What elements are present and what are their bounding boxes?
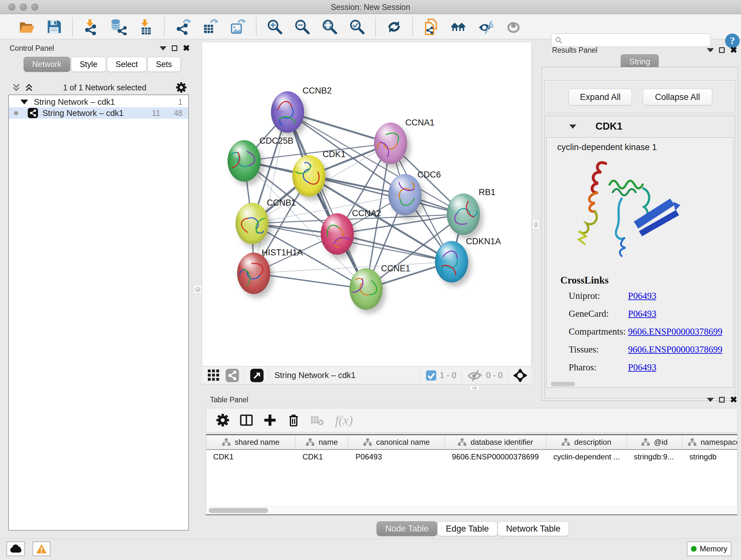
tree-expand-icon[interactable] (20, 100, 28, 105)
column-header-canonical-name[interactable]: canonical name (348, 435, 445, 449)
column-header-database-identifier[interactable]: database identifier (445, 435, 546, 449)
crosslink-link[interactable]: P06493 (628, 291, 657, 301)
column-header-namespace[interactable]: namespace (682, 435, 738, 449)
table-cell[interactable]: cyclin-dependent ... (546, 452, 627, 461)
fit-content-icon[interactable] (321, 18, 338, 35)
column-header-description[interactable]: description (546, 435, 627, 449)
column-header-shared-name[interactable]: shared name (206, 435, 295, 449)
show-all-icon[interactable] (505, 18, 522, 35)
zoom-in-icon[interactable] (266, 18, 283, 35)
node-ccna1[interactable] (374, 123, 407, 164)
gear-icon[interactable] (176, 82, 187, 93)
protein-thumbnail (388, 174, 421, 215)
network-collection-row[interactable]: String Network – cdk1 1 (9, 97, 188, 107)
panel-float-icon[interactable] (719, 397, 725, 402)
table-cell[interactable]: stringdb:9... (627, 452, 682, 461)
import-string-network-icon[interactable] (423, 18, 440, 35)
node-cdkn1a[interactable] (435, 241, 468, 283)
delete-table-icon[interactable] (310, 413, 324, 427)
panel-menu-icon[interactable] (707, 48, 714, 52)
home-icon[interactable] (450, 18, 467, 35)
cloud-icon[interactable] (6, 542, 25, 556)
crosslink-link[interactable]: 9606.ENSP00000378699 (628, 344, 723, 355)
panel-close-icon[interactable]: ✖ (183, 45, 190, 51)
add-column-icon[interactable] (263, 413, 277, 427)
crosslink-link[interactable]: P06493 (628, 362, 657, 373)
share-network-icon[interactable] (225, 368, 239, 382)
table-cell[interactable]: P06493 (348, 452, 445, 461)
node-hist1h1a[interactable] (237, 253, 270, 294)
tab-node-table[interactable]: Node Table (377, 521, 437, 536)
import-table-from-file-icon[interactable] (138, 18, 154, 35)
left-splitter-handle[interactable] (193, 285, 202, 294)
right-splitter-handle[interactable] (532, 220, 539, 229)
table-cell[interactable]: stringdb (682, 452, 738, 461)
collapse-all-icon[interactable] (11, 83, 21, 92)
tab-network[interactable]: Network (23, 57, 70, 72)
tab-sets[interactable]: Sets (147, 57, 181, 72)
panel-float-icon[interactable] (172, 45, 178, 51)
crosslink-link[interactable]: 9606.ENSP00000378699 (628, 326, 723, 337)
protein-thumbnail (271, 91, 304, 133)
table-row[interactable]: CDK1CDK1P064939606.ENSP00000378699cyclin… (206, 450, 737, 464)
expand-all-button[interactable]: Expand All (569, 89, 632, 105)
export-image-icon[interactable] (229, 18, 246, 35)
column-header--id[interactable]: @id (627, 435, 682, 449)
node-cdc6[interactable] (388, 174, 421, 215)
tab-network-table[interactable]: Network Table (497, 521, 569, 536)
birdseye-navigator-icon[interactable] (513, 368, 527, 382)
panel-close-icon[interactable]: ✖ (730, 396, 737, 403)
node-ccnb1[interactable] (235, 203, 269, 244)
table-hscrollbar-thumb[interactable] (209, 508, 268, 513)
protein-section-header[interactable]: CDK1 (544, 116, 735, 137)
grid-view-icon[interactable] (207, 368, 221, 382)
tab-select[interactable]: Select (107, 57, 146, 72)
show-columns-icon[interactable] (239, 413, 253, 427)
tab-style[interactable]: Style (71, 57, 106, 72)
expand-all-icon[interactable] (24, 83, 34, 92)
selected-checkbox-icon[interactable] (426, 370, 436, 381)
horizontal-splitter-handle[interactable] (470, 385, 479, 390)
import-network-from-file-icon[interactable] (83, 18, 99, 35)
hidden-eye-icon[interactable] (467, 369, 483, 382)
table-hscrollbar[interactable] (206, 506, 738, 514)
function-builder-icon[interactable]: f(x) (335, 413, 353, 428)
import-network-from-database-icon[interactable] (110, 18, 127, 35)
node-cdk1[interactable] (292, 155, 326, 197)
gear-icon[interactable] (216, 413, 230, 427)
table-cell[interactable]: CDK1 (206, 452, 295, 461)
tab-edge-table[interactable]: Edge Table (437, 521, 497, 536)
node-column-icon (363, 438, 372, 446)
node-cdc25b[interactable] (227, 140, 261, 182)
delete-column-icon[interactable] (286, 413, 300, 427)
export-network-icon[interactable] (175, 18, 191, 35)
section-collapse-icon[interactable] (569, 125, 576, 129)
open-in-window-icon[interactable] (250, 368, 264, 382)
node-ccne1[interactable] (349, 268, 383, 310)
zoom-selected-icon[interactable] (349, 18, 365, 35)
protein-thumbnail (237, 253, 270, 294)
hide-selected-icon[interactable] (478, 18, 494, 35)
table-cell[interactable]: 9606.ENSP00000378699 (445, 452, 546, 461)
export-table-icon[interactable] (202, 18, 219, 35)
node-rb1[interactable] (447, 193, 480, 235)
warning-icon[interactable] (32, 542, 51, 556)
table-cell[interactable]: CDK1 (295, 452, 348, 461)
results-scrollbar-thumb[interactable] (551, 382, 575, 386)
panel-menu-icon[interactable] (707, 398, 714, 402)
memory-button[interactable]: Memory (687, 542, 731, 556)
collapse-all-button[interactable]: Collapse All (643, 89, 712, 105)
refresh-layout-icon[interactable] (386, 18, 402, 35)
column-header-name[interactable]: name (295, 435, 348, 449)
panel-menu-icon[interactable] (159, 46, 166, 51)
node-ccna2[interactable] (321, 213, 354, 255)
save-session-icon[interactable] (46, 18, 62, 35)
network-canvas[interactable]: CCNB2CCNA1CDC25BCDK1CDC6RB1CCNB1CCNA2CDK… (202, 43, 532, 366)
network-row-selected[interactable]: String Network – cdk1 11 48 (9, 107, 188, 119)
panel-close-icon[interactable]: ✖ (730, 47, 737, 53)
panel-float-icon[interactable] (719, 47, 725, 53)
open-session-icon[interactable] (18, 18, 35, 35)
node-ccnb2[interactable] (271, 91, 304, 133)
crosslink-link[interactable]: P06493 (628, 308, 657, 319)
zoom-out-icon[interactable] (294, 18, 311, 35)
